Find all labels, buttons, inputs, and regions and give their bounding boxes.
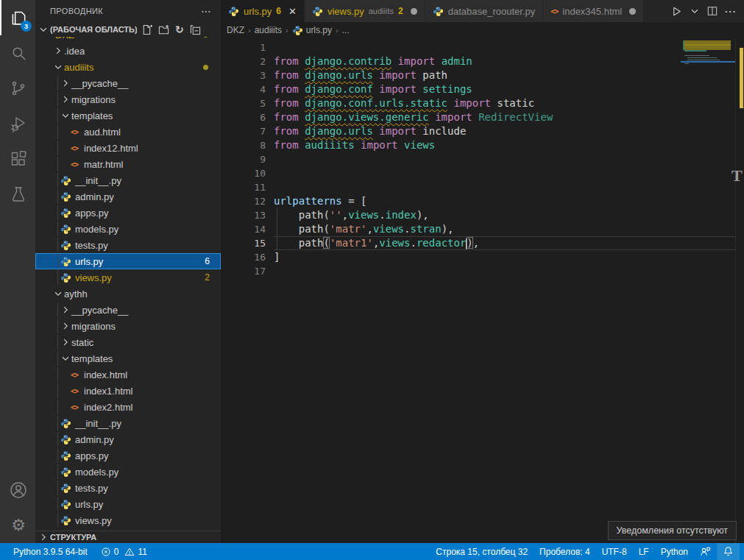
- activity-item-explorer[interactable]: 3: [0, 0, 35, 35]
- status-notifications[interactable]: [717, 543, 740, 560]
- minimap[interactable]: [681, 38, 736, 543]
- new-file-icon[interactable]: [141, 24, 152, 35]
- python-file-icon: [60, 240, 71, 251]
- tree-item-index1.html[interactable]: <>index1.html: [35, 383, 221, 399]
- close-icon[interactable]: ✕: [288, 6, 297, 17]
- tab-urls.py[interactable]: urls.py6✕: [221, 0, 305, 22]
- activity-item-testing[interactable]: [0, 177, 35, 212]
- tab-index345.html[interactable]: <>index345.html: [543, 0, 644, 22]
- activity-item-account[interactable]: [0, 472, 35, 508]
- tree-item-label: __init__.py: [75, 175, 121, 186]
- tree-item-templates[interactable]: templates: [35, 350, 221, 366]
- tree-item-DKZ[interactable]: DKZ: [35, 37, 221, 43]
- tree-item-models.py[interactable]: models.py: [35, 221, 221, 237]
- tree-item-label: aud.html: [84, 127, 121, 138]
- python-file-icon: [433, 6, 444, 17]
- tree-item-matr.html[interactable]: <>matr.html: [35, 156, 221, 172]
- chevron-down-icon[interactable]: [690, 6, 700, 16]
- outline-section-header[interactable]: СТРУКТУРА: [35, 531, 221, 543]
- line-number: 6: [221, 110, 274, 124]
- code-line-6: from django.views.generic import Redirec…: [274, 110, 744, 124]
- status-python-interpreter[interactable]: Python 3.9.5 64-bit: [7, 543, 93, 560]
- status-problems[interactable]: 011: [95, 543, 153, 560]
- html-file-icon: <>: [68, 144, 80, 152]
- tree-item-views.py[interactable]: views.py: [35, 512, 221, 528]
- tree-item-urls.py[interactable]: urls.py: [35, 496, 221, 512]
- line-number: 7: [221, 124, 274, 138]
- tree-item-index2.html[interactable]: <>index2.html: [35, 399, 221, 415]
- python-file-icon: [60, 191, 71, 202]
- tree-item-audiiits[interactable]: audiiits: [35, 59, 221, 75]
- tree-item-__init__.py[interactable]: __init__.py: [35, 415, 221, 431]
- tree-item-label: views.py: [75, 515, 112, 526]
- tree-item-static[interactable]: static: [35, 334, 221, 350]
- file-tree: DKZ.ideaaudiiits__pycache__migrationstem…: [35, 37, 221, 528]
- line-number: 5: [221, 96, 274, 110]
- feedback-icon: [700, 546, 711, 557]
- code-line-8: from audiiits import views: [274, 138, 744, 152]
- tree-item-aud.html[interactable]: <>aud.html: [35, 124, 221, 140]
- workspace-section-header[interactable]: (РАБОЧАЯ ОБЛАСТЬ) ... ↻: [35, 22, 221, 37]
- more-actions-icon[interactable]: ⋯: [201, 5, 212, 17]
- tree-item-tests.py[interactable]: tests.py: [35, 237, 221, 253]
- tree-item-migrations[interactable]: migrations: [35, 318, 221, 334]
- account-icon: [9, 481, 28, 500]
- tree-item-admin.py[interactable]: admin.py: [35, 188, 221, 205]
- code-line-16: ]: [274, 250, 744, 264]
- line-number: 16: [221, 250, 274, 264]
- status-encoding[interactable]: UTF-8: [596, 543, 633, 560]
- outline-label: СТРУКТУРА: [50, 533, 96, 542]
- breadcrumb-item-DKZ[interactable]: DKZ: [227, 25, 244, 35]
- tree-item-migrations[interactable]: migrations: [35, 91, 221, 107]
- python-file-icon: [60, 499, 71, 510]
- code-editor[interactable]: 1234567891011121314151617 from django.co…: [221, 38, 744, 543]
- split-editor-icon[interactable]: [707, 6, 718, 16]
- status-label: Строка 15, столбец 32: [436, 547, 528, 557]
- tree-item-admin.py[interactable]: admin.py: [35, 431, 221, 447]
- tab-views.py[interactable]: views.pyaudiiits2: [305, 0, 425, 22]
- status-language-mode[interactable]: Python: [655, 543, 694, 560]
- new-folder-icon[interactable]: [158, 24, 169, 35]
- python-file-icon: [60, 175, 71, 186]
- status-cursor-position[interactable]: Строка 15, столбец 32: [430, 543, 534, 560]
- breadcrumb-item-...[interactable]: ...: [342, 25, 350, 35]
- tree-item-aythh[interactable]: aythh: [35, 286, 221, 302]
- status-feedback[interactable]: [694, 543, 717, 560]
- activity-item-source-control[interactable]: [0, 71, 35, 106]
- code-content[interactable]: from django.contrib import adminfrom dja…: [274, 38, 744, 543]
- tab-detail: audiiits: [369, 7, 394, 15]
- chevron-down-icon: [60, 353, 71, 364]
- editor-group: urls.py6✕views.pyaudiiits2database_roout…: [221, 0, 744, 543]
- scrollbar[interactable]: [735, 38, 744, 543]
- line-number: 9: [221, 152, 274, 166]
- tree-item-__pycache__[interactable]: __pycache__: [35, 302, 221, 318]
- run-icon[interactable]: [671, 6, 682, 17]
- tree-item-urls.py[interactable]: urls.py6: [35, 253, 221, 269]
- tree-item-label: aythh: [64, 288, 88, 300]
- tree-item-tests.py[interactable]: tests.py: [35, 480, 221, 496]
- status-indentation[interactable]: Пробелов: 4: [534, 543, 596, 560]
- activity-item-extensions[interactable]: [0, 141, 35, 177]
- line-number: 1: [221, 40, 274, 54]
- tree-item-index.html[interactable]: <>index.html: [35, 366, 221, 383]
- status-eol[interactable]: LF: [633, 543, 655, 560]
- tree-item-views.py[interactable]: views.py2: [35, 269, 221, 286]
- tree-item-.idea[interactable]: .idea: [35, 43, 221, 59]
- breadcrumb-item-audiiits[interactable]: audiiits: [255, 25, 282, 35]
- tree-item-templates[interactable]: templates: [35, 107, 221, 124]
- tab-database_roouter.py[interactable]: database_roouter.py: [425, 0, 544, 22]
- tree-item-models.py[interactable]: models.py: [35, 464, 221, 480]
- tree-item-apps.py[interactable]: apps.py: [35, 447, 221, 464]
- refresh-icon[interactable]: ↻: [175, 24, 184, 35]
- tree-item-__pycache__[interactable]: __pycache__: [35, 75, 221, 91]
- breadcrumb-item-urls.py[interactable]: urls.py: [292, 25, 332, 36]
- line-number: 13: [221, 208, 274, 222]
- activity-item-settings[interactable]: ⚙: [0, 508, 35, 543]
- activity-item-run-debug[interactable]: [0, 106, 35, 141]
- collapse-all-icon[interactable]: [190, 24, 201, 35]
- tree-item-index12.html[interactable]: <>index12.html: [35, 140, 221, 156]
- more-icon[interactable]: ···: [725, 6, 737, 17]
- activity-item-search[interactable]: [0, 35, 35, 71]
- tree-item-__init__.py[interactable]: __init__.py: [35, 172, 221, 188]
- tree-item-apps.py[interactable]: apps.py: [35, 205, 221, 221]
